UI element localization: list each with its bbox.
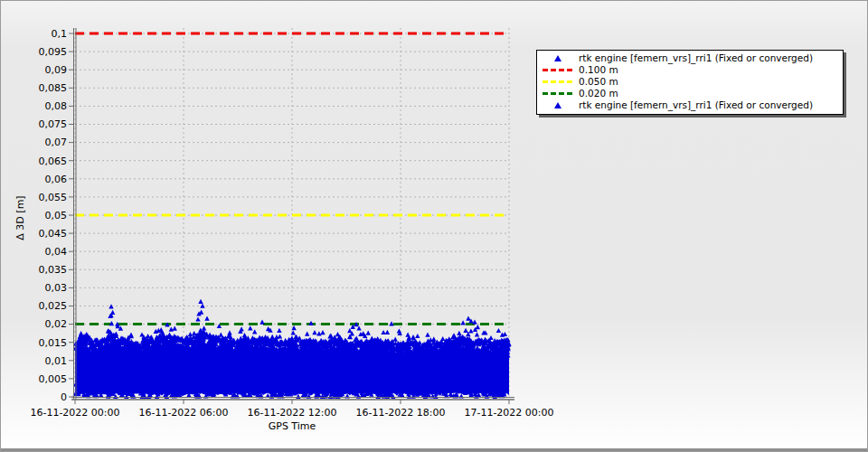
svg-text:0,05: 0,05 xyxy=(45,210,68,221)
svg-text:0,07: 0,07 xyxy=(45,137,68,148)
legend-item-label: rtk engine [femern_vrs]_rri1 (Fixed or c… xyxy=(579,52,813,64)
svg-text:0,035: 0,035 xyxy=(39,264,68,276)
dash-line-icon xyxy=(542,92,573,95)
dash-line-icon xyxy=(537,80,579,83)
svg-text:0,065: 0,065 xyxy=(39,155,68,167)
legend-item-label: rtk engine [femern_vrs]_rri1 (Fixed or c… xyxy=(579,99,813,111)
svg-text:17-11-2022 00:00: 17-11-2022 00:00 xyxy=(464,407,553,419)
dash-line-icon xyxy=(542,80,573,83)
svg-text:0,085: 0,085 xyxy=(39,82,68,94)
svg-text:0,08: 0,08 xyxy=(45,100,68,112)
triangle-marker-icon xyxy=(537,102,579,108)
svg-text:16-11-2022 12:00: 16-11-2022 12:00 xyxy=(247,407,336,419)
svg-text:0,045: 0,045 xyxy=(39,228,68,240)
svg-text:0,015: 0,015 xyxy=(39,337,68,349)
chart-window: 00,0050,010,0150,020,0250,030,0350,040,0… xyxy=(0,0,868,452)
svg-text:0,03: 0,03 xyxy=(45,282,68,294)
svg-text:16-11-2022 00:00: 16-11-2022 00:00 xyxy=(30,407,119,419)
dash-line-icon xyxy=(537,92,579,95)
svg-text:0,06: 0,06 xyxy=(45,174,68,185)
svg-text:0,095: 0,095 xyxy=(39,46,68,58)
legend-item: rtk engine [femern_vrs]_rri1 (Fixed or c… xyxy=(537,99,843,111)
window-bottom-border xyxy=(1,448,867,451)
svg-text:0,02: 0,02 xyxy=(45,318,68,330)
svg-text:0,005: 0,005 xyxy=(39,373,68,385)
triangle-marker-icon xyxy=(537,55,579,61)
svg-text:16-11-2022 06:00: 16-11-2022 06:00 xyxy=(138,407,228,419)
svg-text:0,04: 0,04 xyxy=(45,246,68,258)
svg-text:0,01: 0,01 xyxy=(45,355,68,367)
legend-item: rtk engine [femern_vrs]_rri1 (Fixed or c… xyxy=(537,52,843,64)
legend-item: 0.020 m xyxy=(537,88,843,99)
svg-text:0,09: 0,09 xyxy=(45,64,68,76)
svg-text:0: 0 xyxy=(61,391,67,403)
legend-item: 0.100 m xyxy=(537,64,843,76)
legend-item-label: 0.100 m xyxy=(579,64,618,76)
y-axis-title: Δ 3D [m] xyxy=(14,195,26,240)
dash-line-icon xyxy=(537,69,579,71)
svg-text:0,1: 0,1 xyxy=(52,28,68,40)
svg-text:0,055: 0,055 xyxy=(39,192,68,203)
legend-item-label: 0.020 m xyxy=(579,88,618,99)
svg-text:16-11-2022 18:00: 16-11-2022 18:00 xyxy=(355,407,445,419)
dash-line-icon xyxy=(542,69,573,71)
x-axis-ticks: 16-11-2022 00:0016-11-2022 06:0016-11-20… xyxy=(30,400,553,419)
legend-item-label: 0.050 m xyxy=(579,76,618,88)
svg-text:0,025: 0,025 xyxy=(39,300,68,312)
legend-item: 0.050 m xyxy=(537,76,843,88)
triangle-marker-icon xyxy=(554,102,561,108)
svg-text:0,075: 0,075 xyxy=(39,118,68,130)
x-axis-title: GPS Time xyxy=(269,420,316,432)
y-axis-ticks: 00,0050,010,0150,020,0250,030,0350,040,0… xyxy=(39,28,74,403)
triangle-marker-icon xyxy=(554,55,561,61)
legend: rtk engine [femern_vrs]_rri1 (Fixed or c… xyxy=(536,50,844,115)
